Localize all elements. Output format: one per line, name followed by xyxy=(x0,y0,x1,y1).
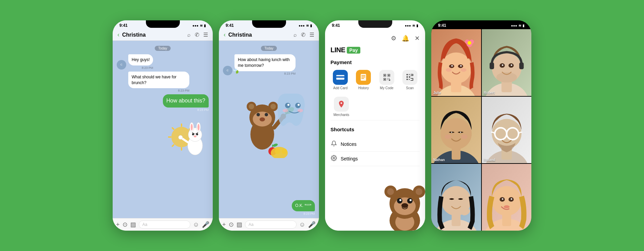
search-icon-2[interactable]: ⌕ xyxy=(293,32,297,38)
svg-line-5 xyxy=(172,128,174,129)
svg-point-112 xyxy=(496,72,517,83)
svg-rect-68 xyxy=(406,74,408,75)
settings-icon-3[interactable]: ⚙ xyxy=(391,35,396,42)
camera-icon-2[interactable]: ⊙ xyxy=(229,221,234,228)
phone-4-wrapper: 9:41 ●●● ≋ ▮ xyxy=(431,20,531,231)
back-button-2[interactable]: ‹ xyxy=(224,31,226,38)
svg-rect-73 xyxy=(409,79,410,80)
roland-avatar xyxy=(482,97,532,163)
merchants-icon xyxy=(334,97,349,112)
svg-point-91 xyxy=(399,199,401,201)
menu-icon-1[interactable]: ☰ xyxy=(203,32,208,38)
mic-icon-1[interactable]: 🎤 xyxy=(202,221,209,228)
svg-point-44 xyxy=(272,143,278,147)
payment-title: Payment xyxy=(330,59,420,65)
pay-badge: Pay xyxy=(347,47,361,54)
video-grid: Julie xyxy=(431,29,531,231)
bubble-time-4: 8:23 PM xyxy=(234,72,296,75)
status-time-3: 9:41 xyxy=(332,23,340,28)
bubble-time-5: 8:23 PM xyxy=(292,212,315,215)
svg-point-47 xyxy=(282,149,287,154)
battery-icon-1: ▮ xyxy=(204,24,206,27)
text-input-2[interactable]: Aa xyxy=(245,220,297,229)
chat-area-2: Today C How about having lunch with me t… xyxy=(219,41,319,218)
svg-point-39 xyxy=(298,104,300,106)
bubble-time-3: 8:23 PM xyxy=(163,108,209,112)
mic-icon-2[interactable]: 🎤 xyxy=(308,221,316,228)
bubble-1: Hey guys! xyxy=(128,54,153,65)
settings-label: Settings xyxy=(341,156,358,161)
date-badge-text-2: Today xyxy=(261,46,277,51)
merchants-label: Merchants xyxy=(334,113,349,117)
video-cell-5 xyxy=(431,164,481,231)
scan-label: Scan xyxy=(406,86,414,90)
notices-item[interactable]: Notices xyxy=(330,137,420,152)
plus-icon-2[interactable]: + xyxy=(222,221,226,228)
settings-item[interactable]: Settings xyxy=(330,152,420,166)
notch-1 xyxy=(146,20,180,28)
chat-title-1: Christina xyxy=(122,32,187,38)
chat-title-2: Christina xyxy=(228,32,293,38)
scan-item[interactable]: Scan xyxy=(400,70,420,90)
notices-label: Notices xyxy=(341,141,357,147)
pay-screen: ⚙ 🔔 ✕ LINE Pay Payment xyxy=(325,29,425,231)
svg-point-122 xyxy=(440,118,472,149)
svg-rect-57 xyxy=(384,75,385,76)
my-code-item[interactable]: My Code xyxy=(377,70,397,90)
svg-rect-67 xyxy=(389,79,390,81)
back-button-1[interactable]: ‹ xyxy=(117,31,119,38)
emoji-icon-2[interactable]: ☺ xyxy=(299,221,305,228)
svg-point-27 xyxy=(270,104,276,109)
svg-rect-72 xyxy=(409,76,410,78)
emoji-icon-1[interactable]: ☺ xyxy=(193,221,199,228)
svg-point-40 xyxy=(283,109,288,112)
image-icon-2[interactable]: ▨ xyxy=(236,221,242,228)
camera-icon-1[interactable]: ⊙ xyxy=(122,221,128,228)
avatar-2: C xyxy=(223,66,232,75)
bubble-container-4: How about having lunch with me tomorrow?… xyxy=(234,54,296,75)
line-pay-logo: LINE Pay xyxy=(330,46,420,54)
image-icon-1[interactable]: ▨ xyxy=(130,221,136,228)
svg-point-103 xyxy=(460,68,466,72)
wifi-icon-1: ≋ xyxy=(200,24,203,27)
close-icon-3[interactable]: ✕ xyxy=(415,35,420,42)
bubble-container-2: What should we have for brunch? 8:23 PM xyxy=(128,72,189,93)
svg-rect-117 xyxy=(489,62,494,69)
bubble-container-5: O.K. *^^* 8:23 PM xyxy=(292,200,315,215)
nav-icons-2: ⌕ ✆ ☰ xyxy=(293,32,314,38)
status-icons-1: ●●● ≋ ▮ xyxy=(192,24,206,27)
bubble-3: How about this? xyxy=(163,94,209,107)
divider-pay xyxy=(330,120,420,120)
roland-label: Roland xyxy=(484,158,495,162)
notch-3 xyxy=(358,20,392,28)
svg-point-146 xyxy=(502,198,503,200)
merchants-item[interactable]: Merchants xyxy=(330,97,352,117)
bubble-container-1: Hey guys! 8:23 PM xyxy=(128,54,153,70)
battery-icon-2: ▮ xyxy=(310,24,312,27)
phone-2: 9:41 ●●● ≋ ▮ ‹ Christina ⌕ ✆ ☰ xyxy=(219,20,319,231)
status-icons-2: ●●● ≋ ▮ xyxy=(299,24,312,27)
svg-point-102 xyxy=(446,68,452,72)
person6-avatar xyxy=(482,164,532,231)
phone-icon-1[interactable]: ✆ xyxy=(195,32,199,38)
add-card-label: Add Card xyxy=(333,86,347,90)
bell-icon-3[interactable]: 🔔 xyxy=(402,35,409,42)
svg-point-148 xyxy=(504,206,509,209)
svg-point-115 xyxy=(502,64,503,66)
history-item[interactable]: History xyxy=(354,70,373,90)
pay-header-icons: ⚙ 🔔 ✕ xyxy=(330,35,420,42)
svg-rect-53 xyxy=(361,77,365,77)
phone-1: 9:41 ●●● ≋ ▮ ‹ Christina ⌕ ✆ ☰ xyxy=(113,20,213,231)
svg-point-19 xyxy=(194,135,196,137)
text-input-1[interactable]: Aa xyxy=(139,220,190,229)
add-card-item[interactable]: Add Card xyxy=(330,70,350,90)
phone-icon-2[interactable]: ✆ xyxy=(301,32,305,38)
menu-icon-2[interactable]: ☰ xyxy=(309,32,314,38)
phone-4-screen: 9:41 ●●● ≋ ▮ xyxy=(431,20,531,231)
svg-rect-118 xyxy=(519,62,524,69)
input-bar-1: + ⊙ ▨ Aa ☺ 🎤 xyxy=(113,218,213,231)
search-icon-1[interactable]: ⌕ xyxy=(187,32,191,38)
plus-icon-1[interactable]: + xyxy=(116,221,120,228)
svg-point-21 xyxy=(178,135,183,139)
bear-ghost-sticker xyxy=(225,80,313,158)
